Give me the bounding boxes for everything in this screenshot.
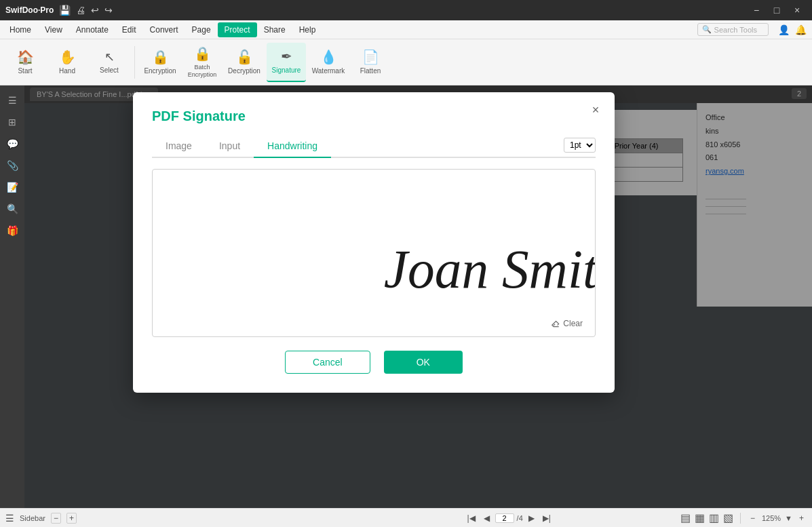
menu-convert[interactable]: Convert [143, 22, 185, 37]
hand-icon: ✋ [59, 49, 76, 65]
titlebar-right: − □ × [747, 3, 807, 17]
menu-help[interactable]: Help [292, 22, 323, 37]
collapse-icon[interactable]: + [66, 513, 77, 524]
zoom-out-button[interactable]: − [748, 512, 758, 524]
signature-canvas[interactable]: Joan Smith Clear [152, 169, 596, 337]
menu-annotate[interactable]: Annotate [69, 22, 115, 37]
view-btn-1[interactable]: ▤ [680, 511, 691, 524]
sidebar-icon-bookmarks[interactable]: 📝 [3, 178, 22, 197]
redo-icon[interactable]: ↪ [104, 5, 113, 16]
page-navigation: |◀ ◀ /4 ▶ ▶| [343, 512, 674, 524]
undo-icon[interactable]: ↩ [91, 5, 99, 16]
sidebar-icon-comments[interactable]: 💬 [3, 134, 22, 153]
main-area: ☰ ⊞ 💬 📎 📝 🔍 🎁 BY'S A Selection of Fine I… [0, 85, 812, 508]
statusbar: ☰ Sidebar − + |◀ ◀ /4 ▶ ▶| ▤ ▦ ▥ ▧ − 125… [0, 508, 812, 527]
modal-tabs: Image Input Handwriting 1pt 2pt 3pt 4pt [152, 136, 596, 158]
cancel-button[interactable]: Cancel [285, 351, 370, 374]
tool-watermark[interactable]: 💧 Watermark [309, 43, 348, 82]
zoom-in-button[interactable]: + [796, 512, 807, 524]
tool-flatten[interactable]: 📄 Flatten [351, 43, 390, 82]
tool-flatten-label: Flatten [360, 67, 381, 75]
watermark-icon: 💧 [320, 49, 337, 65]
tab-input[interactable]: Input [206, 136, 254, 157]
next-page-button[interactable]: ▶ [526, 512, 537, 524]
statusbar-left: ☰ Sidebar − + [5, 513, 337, 524]
eraser-icon [551, 319, 560, 328]
menu-home[interactable]: Home [3, 22, 38, 37]
tool-start[interactable]: 🏠 Start [5, 43, 45, 82]
menu-edit[interactable]: Edit [115, 22, 143, 37]
tool-select[interactable]: ↖ Select [90, 43, 129, 82]
expand-icon[interactable]: − [51, 513, 61, 524]
sidebar-icon-attachments[interactable]: 📎 [3, 156, 22, 175]
view-btn-3[interactable]: ▥ [709, 511, 719, 524]
page-total: /4 [517, 514, 523, 522]
encryption-icon: 🔒 [152, 49, 169, 65]
first-page-button[interactable]: |◀ [464, 512, 478, 524]
view-btn-4[interactable]: ▧ [723, 511, 733, 524]
maximize-button[interactable]: □ [767, 3, 786, 17]
sidebar-icon-gift[interactable]: 🎁 [3, 221, 22, 240]
close-button[interactable]: × [788, 3, 807, 17]
sidebar-icon-search[interactable]: 🔍 [3, 199, 22, 218]
prev-page-button[interactable]: ◀ [481, 512, 492, 524]
menubar: Home View Annotate Edit Convert Page Pro… [0, 20, 812, 39]
signature-icon: ✒ [281, 48, 292, 64]
last-page-button[interactable]: ▶| [540, 512, 554, 524]
pdf-signature-modal: × PDF Signature Image Input Handwriting … [133, 92, 615, 393]
tool-start-label: Start [18, 67, 32, 75]
pt-selector: 1pt 2pt 3pt 4pt [564, 138, 596, 153]
toolbar: 🏠 Start ✋ Hand ↖ Select 🔒 Encryption 🔒 B… [0, 39, 812, 85]
select-icon: ↖ [104, 50, 115, 64]
start-icon: 🏠 [17, 49, 34, 65]
ok-button[interactable]: OK [384, 351, 463, 374]
sidebar-label: Sidebar [20, 514, 45, 522]
user-icon[interactable]: 👤 [778, 24, 790, 35]
search-tools-label: Search Tools [714, 26, 757, 34]
signature-text: Joan Smith [384, 239, 595, 299]
sidebar-toggle-icon[interactable]: ☰ [5, 513, 14, 524]
sidebar-icon-menu[interactable]: ☰ [3, 91, 22, 110]
menu-protect[interactable]: Protect [218, 22, 257, 37]
menu-view[interactable]: View [38, 22, 69, 37]
view-btn-2[interactable]: ▦ [695, 511, 705, 524]
tab-image[interactable]: Image [152, 136, 206, 157]
content-area: BY'S A Selection of Fine I...pdf * × SEC… [24, 85, 812, 508]
toolbar-separator-1 [134, 46, 135, 79]
menu-share[interactable]: Share [257, 22, 292, 37]
tool-watermark-label: Watermark [312, 67, 345, 75]
tool-batch-encryption[interactable]: 🔒 Batch Encryption [182, 43, 222, 82]
batch-encryption-icon: 🔒 [194, 45, 211, 62]
titlebar-left: SwifDoo·Pro 💾 🖨 ↩ ↪ [5, 5, 113, 16]
zoom-dropdown-icon[interactable]: ▼ [785, 514, 792, 522]
statusbar-separator [740, 513, 741, 524]
tool-signature[interactable]: ✒ Signature [267, 43, 306, 82]
tool-decryption[interactable]: 🔓 Decryption [225, 43, 264, 82]
search-icon: 🔍 [702, 25, 712, 34]
sidebar: ☰ ⊞ 💬 📎 📝 🔍 🎁 [0, 85, 24, 508]
zoom-level: 125% [762, 514, 781, 522]
statusbar-right: ▤ ▦ ▥ ▧ − 125% ▼ + [680, 511, 807, 524]
tool-batch-encryption-label: Batch Encryption [182, 64, 222, 79]
print-icon[interactable]: 🖨 [76, 5, 85, 16]
tool-encryption-label: Encryption [144, 67, 176, 75]
save-icon[interactable]: 💾 [59, 5, 71, 16]
bell-icon[interactable]: 🔔 [795, 24, 807, 35]
tool-hand-label: Hand [59, 67, 75, 75]
menu-page[interactable]: Page [185, 22, 218, 37]
sidebar-icon-pages[interactable]: ⊞ [3, 113, 22, 132]
tool-hand[interactable]: ✋ Hand [47, 43, 87, 82]
minimize-button[interactable]: − [747, 3, 766, 17]
app-logo: SwifDoo·Pro [5, 5, 54, 15]
tool-encryption[interactable]: 🔒 Encryption [140, 43, 180, 82]
tab-handwriting[interactable]: Handwriting [254, 136, 331, 157]
tool-select-label: Select [100, 66, 119, 75]
clear-button[interactable]: Clear [547, 317, 587, 330]
modal-footer: Cancel OK [152, 351, 596, 374]
clear-label: Clear [563, 319, 583, 328]
titlebar: SwifDoo·Pro 💾 🖨 ↩ ↪ − □ × [0, 0, 812, 20]
flatten-icon: 📄 [362, 49, 379, 65]
pen-size-select[interactable]: 1pt 2pt 3pt 4pt [564, 138, 596, 153]
page-input[interactable] [495, 513, 514, 523]
modal-close-button[interactable]: × [587, 102, 604, 118]
